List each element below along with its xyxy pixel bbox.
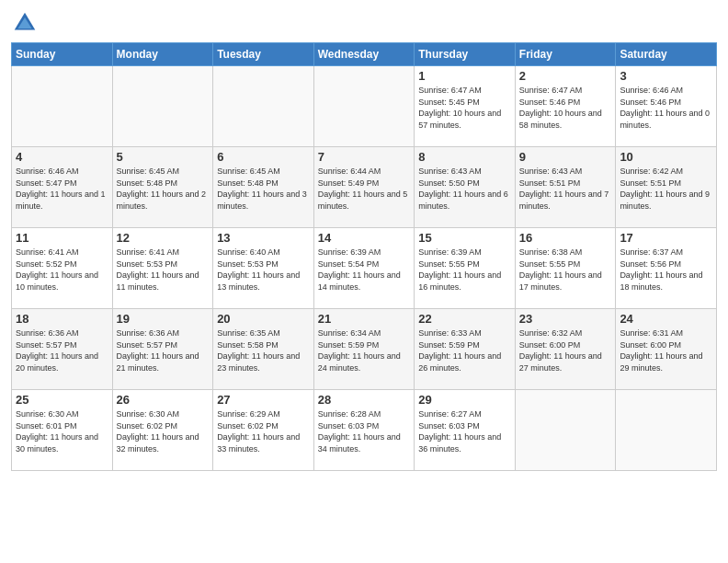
day-number: 2 [519,69,612,83]
calendar-cell: 12Sunrise: 6:41 AM Sunset: 5:53 PM Dayli… [112,228,213,309]
day-info: Sunrise: 6:43 AM Sunset: 5:50 PM Dayligh… [418,166,511,212]
calendar-cell: 4Sunrise: 6:46 AM Sunset: 5:47 PM Daylig… [12,147,113,228]
day-number: 6 [217,150,310,164]
day-number: 29 [418,393,511,407]
header-cell-wednesday: Wednesday [313,43,415,66]
calendar-cell: 15Sunrise: 6:39 AM Sunset: 5:55 PM Dayli… [415,228,516,309]
day-info: Sunrise: 6:31 AM Sunset: 6:00 PM Dayligh… [620,327,712,373]
day-info: Sunrise: 6:38 AM Sunset: 5:55 PM Dayligh… [519,247,612,293]
day-info: Sunrise: 6:47 AM Sunset: 5:45 PM Dayligh… [418,85,511,131]
header-cell-monday: Monday [112,43,213,66]
calendar-cell: 16Sunrise: 6:38 AM Sunset: 5:55 PM Dayli… [515,228,616,309]
day-number: 14 [318,231,411,245]
day-number: 11 [16,231,108,245]
logo [11,9,42,37]
calendar-cell: 3Sunrise: 6:46 AM Sunset: 5:46 PM Daylig… [616,66,717,147]
page: SundayMondayTuesdayWednesdayThursdayFrid… [0,0,728,563]
calendar-week-5: 25Sunrise: 6:30 AM Sunset: 6:01 PM Dayli… [12,390,717,471]
calendar-cell: 24Sunrise: 6:31 AM Sunset: 6:00 PM Dayli… [616,309,717,390]
day-number: 12 [117,231,210,245]
day-number: 13 [217,231,310,245]
day-info: Sunrise: 6:44 AM Sunset: 5:49 PM Dayligh… [318,166,411,212]
day-number: 3 [620,69,712,83]
day-info: Sunrise: 6:28 AM Sunset: 6:03 PM Dayligh… [318,408,411,454]
day-number: 16 [519,231,612,245]
day-info: Sunrise: 6:43 AM Sunset: 5:51 PM Dayligh… [519,166,612,212]
calendar-cell: 29Sunrise: 6:27 AM Sunset: 6:03 PM Dayli… [415,390,516,471]
calendar-cell: 20Sunrise: 6:35 AM Sunset: 5:58 PM Dayli… [213,309,314,390]
day-info: Sunrise: 6:46 AM Sunset: 5:47 PM Dayligh… [16,166,108,212]
calendar-cell: 27Sunrise: 6:29 AM Sunset: 6:02 PM Dayli… [213,390,314,471]
day-info: Sunrise: 6:42 AM Sunset: 5:51 PM Dayligh… [620,166,712,212]
calendar-cell: 21Sunrise: 6:34 AM Sunset: 5:59 PM Dayli… [313,309,415,390]
logo-icon [11,9,39,37]
calendar-cell: 10Sunrise: 6:42 AM Sunset: 5:51 PM Dayli… [616,147,717,228]
calendar-cell: 13Sunrise: 6:40 AM Sunset: 5:53 PM Dayli… [213,228,314,309]
calendar-cell: 28Sunrise: 6:28 AM Sunset: 6:03 PM Dayli… [313,390,415,471]
calendar-cell [12,66,113,147]
header-cell-thursday: Thursday [415,43,516,66]
calendar-cell: 8Sunrise: 6:43 AM Sunset: 5:50 PM Daylig… [415,147,516,228]
day-info: Sunrise: 6:29 AM Sunset: 6:02 PM Dayligh… [217,408,310,454]
calendar-cell [616,390,717,471]
day-info: Sunrise: 6:40 AM Sunset: 5:53 PM Dayligh… [217,247,310,293]
calendar-cell: 26Sunrise: 6:30 AM Sunset: 6:02 PM Dayli… [112,390,213,471]
day-info: Sunrise: 6:37 AM Sunset: 5:56 PM Dayligh… [620,247,712,293]
header-row: SundayMondayTuesdayWednesdayThursdayFrid… [12,43,717,66]
day-number: 26 [117,393,210,407]
day-number: 1 [418,69,511,83]
day-info: Sunrise: 6:45 AM Sunset: 5:48 PM Dayligh… [217,166,310,212]
calendar-cell [213,66,314,147]
day-info: Sunrise: 6:41 AM Sunset: 5:53 PM Dayligh… [117,247,210,293]
day-number: 8 [418,150,511,164]
calendar-cell: 17Sunrise: 6:37 AM Sunset: 5:56 PM Dayli… [616,228,717,309]
day-info: Sunrise: 6:35 AM Sunset: 5:58 PM Dayligh… [217,327,310,373]
calendar-table: SundayMondayTuesdayWednesdayThursdayFrid… [11,42,717,471]
calendar-cell: 5Sunrise: 6:45 AM Sunset: 5:48 PM Daylig… [112,147,213,228]
calendar-cell [515,390,616,471]
calendar-body: 1Sunrise: 6:47 AM Sunset: 5:45 PM Daylig… [12,66,717,471]
day-info: Sunrise: 6:46 AM Sunset: 5:46 PM Dayligh… [620,85,712,131]
day-info: Sunrise: 6:39 AM Sunset: 5:55 PM Dayligh… [418,247,511,293]
day-number: 20 [217,312,310,326]
day-number: 10 [620,150,712,164]
calendar-cell [112,66,213,147]
day-number: 23 [519,312,612,326]
calendar-cell: 19Sunrise: 6:36 AM Sunset: 5:57 PM Dayli… [112,309,213,390]
calendar-week-3: 11Sunrise: 6:41 AM Sunset: 5:52 PM Dayli… [12,228,717,309]
day-info: Sunrise: 6:27 AM Sunset: 6:03 PM Dayligh… [418,408,511,454]
calendar-week-1: 1Sunrise: 6:47 AM Sunset: 5:45 PM Daylig… [12,66,717,147]
day-info: Sunrise: 6:36 AM Sunset: 5:57 PM Dayligh… [117,327,210,373]
day-number: 9 [519,150,612,164]
day-info: Sunrise: 6:34 AM Sunset: 5:59 PM Dayligh… [318,327,411,373]
header-cell-saturday: Saturday [616,43,717,66]
header-cell-sunday: Sunday [12,43,113,66]
calendar-cell: 14Sunrise: 6:39 AM Sunset: 5:54 PM Dayli… [313,228,415,309]
calendar-cell [313,66,415,147]
day-number: 27 [217,393,310,407]
day-info: Sunrise: 6:47 AM Sunset: 5:46 PM Dayligh… [519,85,612,131]
header-cell-tuesday: Tuesday [213,43,314,66]
calendar-cell: 7Sunrise: 6:44 AM Sunset: 5:49 PM Daylig… [313,147,415,228]
day-number: 17 [620,231,712,245]
day-number: 21 [318,312,411,326]
calendar-cell: 22Sunrise: 6:33 AM Sunset: 5:59 PM Dayli… [415,309,516,390]
day-info: Sunrise: 6:36 AM Sunset: 5:57 PM Dayligh… [16,327,108,373]
day-info: Sunrise: 6:45 AM Sunset: 5:48 PM Dayligh… [117,166,210,212]
day-number: 24 [620,312,712,326]
day-number: 18 [16,312,108,326]
calendar-cell: 18Sunrise: 6:36 AM Sunset: 5:57 PM Dayli… [12,309,113,390]
header [11,9,717,37]
calendar-cell: 25Sunrise: 6:30 AM Sunset: 6:01 PM Dayli… [12,390,113,471]
day-info: Sunrise: 6:39 AM Sunset: 5:54 PM Dayligh… [318,247,411,293]
day-info: Sunrise: 6:33 AM Sunset: 5:59 PM Dayligh… [418,327,511,373]
day-number: 25 [16,393,108,407]
day-info: Sunrise: 6:32 AM Sunset: 6:00 PM Dayligh… [519,327,612,373]
calendar-cell: 9Sunrise: 6:43 AM Sunset: 5:51 PM Daylig… [515,147,616,228]
day-info: Sunrise: 6:30 AM Sunset: 6:01 PM Dayligh… [16,408,108,454]
calendar-cell: 11Sunrise: 6:41 AM Sunset: 5:52 PM Dayli… [12,228,113,309]
calendar-cell: 6Sunrise: 6:45 AM Sunset: 5:48 PM Daylig… [213,147,314,228]
day-number: 19 [117,312,210,326]
calendar-week-4: 18Sunrise: 6:36 AM Sunset: 5:57 PM Dayli… [12,309,717,390]
day-number: 28 [318,393,411,407]
